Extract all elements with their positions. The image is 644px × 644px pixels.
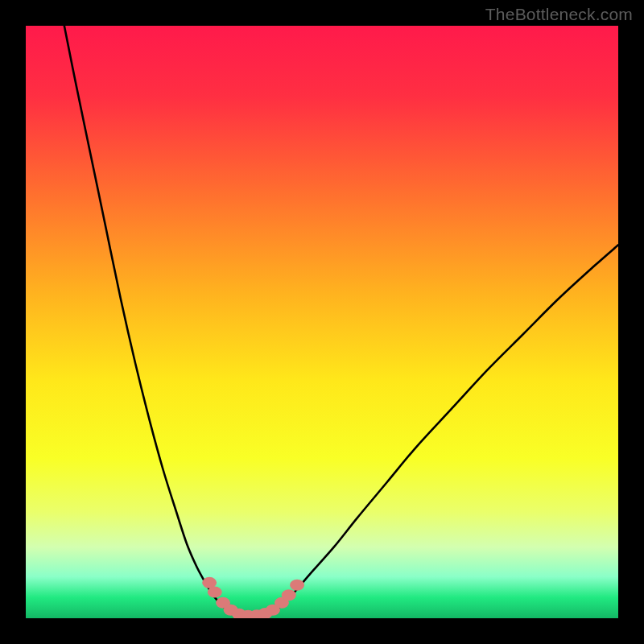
watermark-text: TheBottleneck.com: [485, 5, 633, 24]
chart-frame: [26, 26, 618, 618]
curve-marker: [290, 580, 304, 591]
curve-marker: [282, 589, 296, 601]
curve-marker: [208, 587, 222, 598]
gradient-background: [26, 26, 618, 618]
bottleneck-chart: [26, 26, 618, 618]
